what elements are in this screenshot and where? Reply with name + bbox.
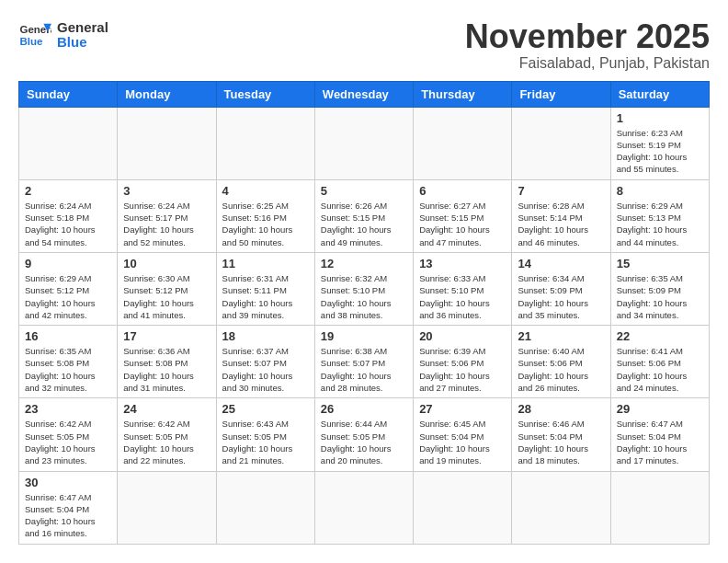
calendar-day-cell (314, 471, 413, 544)
calendar-header-sunday: Sunday (19, 81, 118, 107)
calendar-day-cell: 22Sunrise: 6:41 AM Sunset: 5:06 PM Dayli… (610, 326, 709, 398)
svg-text:Blue: Blue (19, 36, 43, 47)
day-info: Sunrise: 6:39 AM Sunset: 5:06 PM Dayligh… (419, 345, 506, 394)
day-info: Sunrise: 6:43 AM Sunset: 5:05 PM Dayligh… (222, 418, 309, 466)
calendar-day-cell: 8Sunrise: 6:29 AM Sunset: 5:13 PM Daylig… (610, 179, 709, 252)
day-number: 24 (123, 402, 210, 416)
day-info: Sunrise: 6:24 AM Sunset: 5:18 PM Dayligh… (25, 200, 111, 248)
calendar-header-friday: Friday (512, 81, 610, 107)
location-subtitle: Faisalabad, Punjab, Pakistan (465, 55, 710, 72)
calendar-day-cell (216, 471, 314, 544)
day-number: 3 (123, 184, 210, 198)
day-number: 29 (617, 402, 703, 416)
month-title: November 2025 (465, 18, 710, 55)
calendar-day-cell: 19Sunrise: 6:38 AM Sunset: 5:07 PM Dayli… (314, 326, 413, 398)
header: General Blue General Blue November 2025 … (18, 18, 710, 72)
calendar-day-cell: 13Sunrise: 6:33 AM Sunset: 5:10 PM Dayli… (414, 252, 512, 325)
day-number: 20 (419, 329, 506, 343)
calendar-day-cell: 7Sunrise: 6:28 AM Sunset: 5:14 PM Daylig… (512, 179, 610, 252)
day-number: 19 (321, 329, 407, 343)
calendar-header-thursday: Thursday (414, 81, 512, 107)
calendar-day-cell: 30Sunrise: 6:47 AM Sunset: 5:04 PM Dayli… (19, 471, 118, 544)
day-info: Sunrise: 6:40 AM Sunset: 5:06 PM Dayligh… (518, 345, 604, 394)
calendar-day-cell (414, 107, 512, 179)
day-number: 5 (321, 184, 407, 198)
day-info: Sunrise: 6:33 AM Sunset: 5:10 PM Dayligh… (419, 272, 506, 321)
calendar-day-cell: 27Sunrise: 6:45 AM Sunset: 5:04 PM Dayli… (414, 398, 512, 471)
calendar-week-row: 30Sunrise: 6:47 AM Sunset: 5:04 PM Dayli… (19, 471, 710, 544)
logo-icon: General Blue (18, 18, 51, 52)
calendar-day-cell: 18Sunrise: 6:37 AM Sunset: 5:07 PM Dayli… (216, 326, 314, 398)
calendar-day-cell: 4Sunrise: 6:25 AM Sunset: 5:16 PM Daylig… (216, 179, 314, 252)
calendar-header-monday: Monday (118, 81, 216, 107)
day-info: Sunrise: 6:26 AM Sunset: 5:15 PM Dayligh… (321, 200, 407, 248)
day-number: 23 (25, 402, 111, 416)
day-number: 15 (617, 257, 703, 270)
calendar-header-saturday: Saturday (610, 81, 709, 107)
day-info: Sunrise: 6:34 AM Sunset: 5:09 PM Dayligh… (518, 272, 604, 321)
day-info: Sunrise: 6:36 AM Sunset: 5:08 PM Dayligh… (123, 345, 210, 394)
day-info: Sunrise: 6:38 AM Sunset: 5:07 PM Dayligh… (321, 345, 407, 394)
day-number: 8 (617, 184, 703, 198)
calendar-header-tuesday: Tuesday (216, 81, 314, 107)
calendar: SundayMondayTuesdayWednesdayThursdayFrid… (18, 81, 710, 545)
day-info: Sunrise: 6:45 AM Sunset: 5:04 PM Dayligh… (419, 418, 506, 466)
day-number: 10 (123, 257, 210, 270)
day-number: 18 (222, 329, 309, 343)
calendar-week-row: 1Sunrise: 6:23 AM Sunset: 5:19 PM Daylig… (19, 107, 710, 179)
calendar-week-row: 2Sunrise: 6:24 AM Sunset: 5:18 PM Daylig… (19, 179, 710, 252)
calendar-week-row: 9Sunrise: 6:29 AM Sunset: 5:12 PM Daylig… (19, 252, 710, 325)
day-number: 17 (123, 329, 210, 343)
calendar-day-cell: 14Sunrise: 6:34 AM Sunset: 5:09 PM Dayli… (512, 252, 610, 325)
day-number: 21 (518, 329, 604, 343)
calendar-day-cell (414, 471, 512, 544)
calendar-day-cell: 17Sunrise: 6:36 AM Sunset: 5:08 PM Dayli… (118, 326, 216, 398)
day-info: Sunrise: 6:24 AM Sunset: 5:17 PM Dayligh… (123, 200, 210, 248)
calendar-day-cell (512, 471, 610, 544)
day-number: 25 (222, 402, 309, 416)
day-number: 7 (518, 184, 604, 198)
calendar-day-cell (314, 107, 413, 179)
day-number: 30 (25, 476, 111, 489)
day-info: Sunrise: 6:42 AM Sunset: 5:05 PM Dayligh… (123, 418, 210, 466)
day-number: 2 (25, 184, 111, 198)
day-info: Sunrise: 6:25 AM Sunset: 5:16 PM Dayligh… (222, 200, 309, 248)
calendar-day-cell: 9Sunrise: 6:29 AM Sunset: 5:12 PM Daylig… (19, 252, 118, 325)
calendar-day-cell (610, 471, 709, 544)
day-info: Sunrise: 6:30 AM Sunset: 5:12 PM Dayligh… (123, 272, 210, 321)
day-number: 16 (25, 329, 111, 343)
calendar-day-cell (216, 107, 314, 179)
day-info: Sunrise: 6:35 AM Sunset: 5:09 PM Dayligh… (617, 272, 703, 321)
day-info: Sunrise: 6:44 AM Sunset: 5:05 PM Dayligh… (321, 418, 407, 466)
day-info: Sunrise: 6:31 AM Sunset: 5:11 PM Dayligh… (222, 272, 309, 321)
day-number: 13 (419, 257, 506, 270)
calendar-day-cell: 11Sunrise: 6:31 AM Sunset: 5:11 PM Dayli… (216, 252, 314, 325)
day-info: Sunrise: 6:42 AM Sunset: 5:05 PM Dayligh… (25, 418, 111, 466)
day-number: 6 (419, 184, 506, 198)
calendar-header-row: SundayMondayTuesdayWednesdayThursdayFrid… (19, 81, 710, 107)
day-number: 26 (321, 402, 407, 416)
calendar-day-cell: 28Sunrise: 6:46 AM Sunset: 5:04 PM Dayli… (512, 398, 610, 471)
day-info: Sunrise: 6:46 AM Sunset: 5:04 PM Dayligh… (518, 418, 604, 466)
day-info: Sunrise: 6:27 AM Sunset: 5:15 PM Dayligh… (419, 200, 506, 248)
calendar-day-cell: 29Sunrise: 6:47 AM Sunset: 5:04 PM Dayli… (610, 398, 709, 471)
day-number: 14 (518, 257, 604, 270)
calendar-day-cell: 23Sunrise: 6:42 AM Sunset: 5:05 PM Dayli… (19, 398, 118, 471)
calendar-day-cell: 12Sunrise: 6:32 AM Sunset: 5:10 PM Dayli… (314, 252, 413, 325)
day-number: 28 (518, 402, 604, 416)
day-info: Sunrise: 6:32 AM Sunset: 5:10 PM Dayligh… (321, 272, 407, 321)
calendar-day-cell: 3Sunrise: 6:24 AM Sunset: 5:17 PM Daylig… (118, 179, 216, 252)
calendar-week-row: 23Sunrise: 6:42 AM Sunset: 5:05 PM Dayli… (19, 398, 710, 471)
calendar-day-cell (118, 471, 216, 544)
logo: General Blue General Blue (18, 18, 108, 52)
calendar-week-row: 16Sunrise: 6:35 AM Sunset: 5:08 PM Dayli… (19, 326, 710, 398)
calendar-day-cell: 2Sunrise: 6:24 AM Sunset: 5:18 PM Daylig… (19, 179, 118, 252)
day-info: Sunrise: 6:23 AM Sunset: 5:19 PM Dayligh… (617, 127, 703, 176)
title-area: November 2025 Faisalabad, Punjab, Pakist… (465, 18, 710, 72)
calendar-day-cell: 16Sunrise: 6:35 AM Sunset: 5:08 PM Dayli… (19, 326, 118, 398)
calendar-header-wednesday: Wednesday (314, 81, 413, 107)
day-number: 9 (25, 257, 111, 270)
day-number: 1 (617, 111, 703, 125)
day-info: Sunrise: 6:29 AM Sunset: 5:12 PM Dayligh… (25, 272, 111, 321)
calendar-day-cell (512, 107, 610, 179)
